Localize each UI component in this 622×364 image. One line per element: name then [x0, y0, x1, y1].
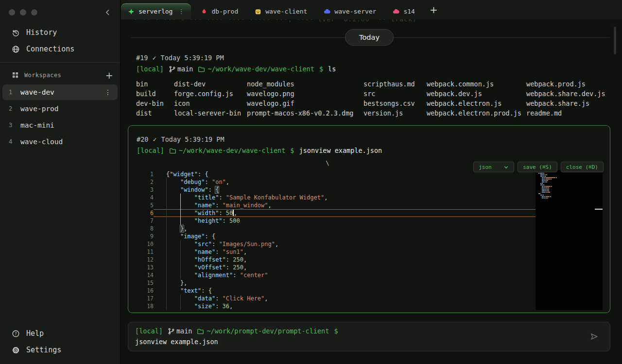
minimap-line [538, 184, 603, 185]
window-control-dot[interactable] [31, 9, 37, 16]
prompt-cwd: ~/work/prompt-dev/prompt-client [207, 327, 329, 335]
line-number: 16 [132, 287, 154, 295]
close-button[interactable]: close (⌘D) [561, 162, 604, 172]
ls-filename: build [136, 89, 174, 99]
sidebar-item-label: Help [26, 329, 44, 338]
json-code-editor[interactable]: 1{"widget": {2 "debug": "on",3 "window":… [132, 170, 606, 310]
save-button[interactable]: save (⌘S) [518, 162, 557, 172]
minimap-line [538, 182, 603, 182]
minimap-line [538, 177, 603, 178]
ls-filename: dist [136, 108, 174, 118]
ls-filename: wavelogo.gif [247, 99, 363, 108]
ls-filename: webpack.electron.js [427, 99, 526, 108]
line-number: 7 [132, 217, 154, 225]
ls-filename: webpack.share.dev.js [526, 89, 605, 99]
code-text: "width": 50, [166, 209, 237, 217]
command-timestamp: Today 5:39:19 PM [161, 54, 224, 62]
workspace-name: wave-dev [20, 88, 54, 96]
flame-icon [201, 8, 207, 15]
command-number: #19 [136, 54, 148, 62]
vertical-scrollbar[interactable] [614, 27, 616, 54]
minimap-line [538, 195, 603, 196]
add-workspace-button[interactable]: + [105, 72, 113, 79]
code-text: }, [166, 279, 187, 287]
code-text: "image": { [166, 232, 215, 240]
ls-column: dist-devforge.config.jsiconlocal-serever… [174, 79, 247, 118]
code-text: "alignment": "center" [166, 271, 268, 279]
code-text: "hOffset": 250, [166, 256, 247, 264]
command-block-20[interactable]: #20 ✓ Today 5:39:19 PM [local] ~/work/wa… [128, 125, 610, 313]
sidebar-item-connections[interactable]: Connections [0, 41, 120, 57]
code-line: 9 "image": { [132, 232, 606, 240]
minimap-line [538, 173, 603, 174]
editor-minimap[interactable] [536, 170, 603, 310]
minimap-line [538, 174, 603, 175]
code-text: "title": "Sample Konfabulator Widget", [166, 194, 328, 201]
prompt-host: [local] [136, 65, 164, 73]
command-input-box[interactable]: [local] main ~/work/prompt-dev/prompt-cl… [128, 322, 610, 351]
workspace-item-wave-prod[interactable]: 2wave-prod [2, 101, 118, 116]
tab-label: db-prod [211, 8, 238, 15]
prompt-branch: main [176, 327, 192, 335]
sidebar-item-help[interactable]: ? Help [0, 325, 120, 342]
code-line: 6 "width": 50, [132, 209, 606, 217]
workspace-name: wave-cloud [20, 138, 63, 146]
code-line: 5 "name": "main_window", [132, 201, 606, 209]
window-control-dot[interactable] [20, 9, 26, 16]
code-text: "name": "sun1", [166, 248, 247, 256]
prompt-host: [local] [135, 327, 163, 335]
line-number: 12 [132, 256, 154, 264]
tab-wave-server[interactable]: wave-server [317, 3, 383, 19]
command-number: #20 [137, 135, 148, 143]
code-text: "name": "main_window", [166, 201, 272, 209]
mode-select[interactable]: json [473, 162, 514, 172]
line-number: 14 [132, 271, 154, 279]
sidebar-footer: ? Help Settings [0, 325, 120, 358]
command-input-value[interactable]: jsonview example.json [135, 338, 218, 346]
prompt-command: jsonview example.json [299, 147, 382, 154]
window-control-dot[interactable] [9, 9, 15, 16]
workspace-menu-icon[interactable]: ⋮ [104, 88, 111, 96]
code-line: 7 "height": 500 [132, 217, 606, 225]
tab-label: wave-client [265, 8, 307, 15]
minimap-line [538, 196, 603, 197]
prompt-dollar: $ [334, 327, 338, 335]
workspace-index: 4 [9, 138, 13, 145]
workspaces-grid-icon [12, 71, 19, 79]
line-number: 6 [132, 209, 154, 217]
sidebar-collapse-button[interactable] [104, 8, 112, 17]
timeline-today-pill[interactable]: Today [345, 29, 394, 46]
tab-wave-client[interactable]: wave-client [248, 3, 314, 19]
minimap-line [538, 190, 603, 191]
tab-s14[interactable]: s14 [386, 3, 421, 19]
ls-filename: src [363, 89, 427, 99]
cloud-icon [324, 8, 330, 15]
ls-filename: webpack.share.js [526, 99, 605, 108]
code-line: 4 "title": "Sample Konfabulator Widget", [132, 194, 606, 201]
ls-filename: webpack.dev.js [427, 89, 526, 99]
sidebar-item-settings[interactable]: Settings [0, 342, 120, 358]
add-tab-button[interactable]: + [430, 4, 438, 16]
prompt-dollar: $ [290, 147, 294, 154]
line-number: 3 [132, 186, 154, 194]
workspace-item-wave-dev[interactable]: 1wave-dev⋮ [2, 84, 118, 100]
line-number: 2 [132, 178, 154, 186]
tab-menu-icon[interactable]: ⋮ [178, 8, 184, 15]
ls-filename: icon [174, 99, 247, 108]
tab-serverlog[interactable]: serverlog⋮ [121, 3, 191, 19]
workspace-item-mac-mini[interactable]: 3mac-mini [2, 117, 118, 133]
sidebar-item-label: Connections [26, 45, 74, 53]
minimap-line [538, 192, 603, 193]
ls-filename: bestsongs.csv [363, 99, 427, 108]
code-line: 2 "debug": "on", [132, 178, 606, 186]
workspaces-header: Workspaces + [12, 71, 113, 79]
send-icon[interactable] [590, 332, 598, 341]
workspace-item-wave-cloud[interactable]: 4wave-cloud [2, 134, 118, 149]
minimap-line [538, 183, 603, 184]
window-controls [9, 9, 37, 16]
help-icon: ? [12, 330, 20, 338]
ls-column: webpack.prod.jswebpack.share.dev.jswebpa… [526, 79, 605, 118]
minimap-line [538, 189, 603, 190]
sidebar-item-history[interactable]: History [0, 24, 120, 41]
tab-db-prod[interactable]: db-prod [194, 3, 245, 19]
